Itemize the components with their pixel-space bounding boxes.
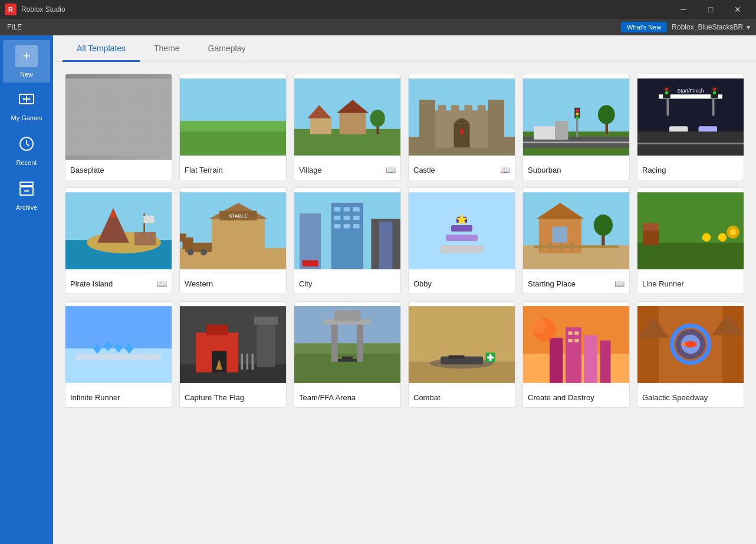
sidebar-recent-label: Recent	[17, 159, 37, 166]
tab-all-templates[interactable]: All Templates	[63, 35, 140, 62]
svg-rect-83	[334, 207, 341, 211]
obby-name: Obby	[413, 279, 432, 288]
tab-theme[interactable]: Theme	[140, 35, 194, 62]
village-name: Village	[299, 166, 322, 174]
starting-place-footer: Starting Place 📖	[523, 273, 629, 294]
whats-new-button[interactable]: What's New	[621, 22, 667, 32]
template-western[interactable]: STABLE Western	[179, 187, 287, 294]
svg-rect-29	[454, 124, 470, 148]
svg-point-178	[684, 341, 697, 348]
svg-rect-142	[331, 322, 338, 362]
content-area: All Templates Theme Gameplay	[53, 35, 756, 544]
svg-rect-26	[465, 105, 473, 113]
template-create-and-destroy[interactable]: Create and Destroy	[522, 301, 630, 408]
svg-rect-89	[334, 224, 341, 228]
template-racing[interactable]: Start/Finish	[637, 74, 744, 180]
racing-name: Racing	[642, 166, 666, 174]
template-suburban[interactable]: Suburban	[522, 74, 630, 180]
template-line-runner[interactable]: Line Runner	[637, 187, 744, 294]
app-title: Roblox Studio	[21, 5, 65, 14]
svg-point-168	[531, 319, 546, 334]
galactic-speedway-name: Galactic Speedway	[642, 393, 708, 402]
village-footer: Village 📖	[294, 160, 400, 180]
template-obby[interactable]: Obby	[408, 187, 515, 294]
city-name: City	[299, 279, 312, 288]
svg-rect-27	[478, 105, 486, 113]
infinite-runner-name: Infinite Runner	[70, 393, 120, 402]
castle-book-icon: 📖	[500, 165, 510, 174]
castle-name: Castle	[413, 166, 435, 174]
thumb-galactic-speedway	[637, 302, 744, 387]
thumb-obby	[409, 188, 515, 273]
template-starting-place[interactable]: Starting Place 📖	[522, 187, 630, 294]
sidebar-item-new[interactable]: + New	[3, 40, 50, 83]
svg-point-76	[200, 249, 207, 256]
svg-rect-110	[550, 243, 552, 251]
western-footer: Western	[180, 273, 286, 294]
svg-point-54	[713, 88, 716, 91]
restore-button[interactable]: □	[697, 0, 724, 19]
svg-point-19	[370, 110, 385, 127]
svg-rect-156	[445, 358, 449, 360]
pirate-island-footer: Pirate Island 📖	[65, 273, 172, 294]
main-layout: + New My Games Recent	[0, 35, 756, 544]
sidebar-item-archive[interactable]: Archive	[3, 174, 50, 217]
infinite-runner-footer: Infinite Runner	[65, 387, 172, 407]
template-galactic-speedway[interactable]: Galactic Speedway	[637, 301, 744, 408]
pirate-island-book-icon: 📖	[157, 279, 167, 288]
svg-rect-166	[574, 339, 578, 342]
create-and-destroy-name: Create and Destroy	[528, 393, 594, 402]
archive-icon	[18, 180, 35, 200]
svg-rect-160	[584, 335, 598, 383]
svg-marker-171	[637, 306, 659, 383]
team-ffa-arena-footer: Team/FFA Arena	[294, 387, 400, 407]
template-castle[interactable]: Castle 📖	[408, 74, 515, 180]
svg-rect-82	[333, 204, 362, 268]
templates-grid: Baseplate Flat Terrain	[53, 67, 756, 420]
template-city[interactable]: City	[294, 187, 401, 294]
close-button[interactable]: ✕	[724, 0, 751, 19]
starting-place-name: Starting Place	[528, 279, 576, 288]
template-team-ffa-arena[interactable]: Team/FFA Arena	[294, 301, 401, 408]
svg-rect-109	[539, 243, 541, 251]
svg-rect-42	[555, 121, 568, 140]
svg-point-38	[576, 109, 578, 112]
svg-point-117	[702, 233, 711, 242]
template-pirate-island[interactable]: Pirate Island 📖	[65, 187, 172, 294]
svg-point-55	[713, 91, 716, 94]
template-baseplate[interactable]: Baseplate	[65, 74, 172, 180]
svg-rect-8	[65, 78, 172, 156]
svg-point-40	[576, 116, 578, 119]
window-controls: ─ □ ✕	[670, 0, 751, 19]
minimize-button[interactable]: ─	[670, 0, 697, 19]
template-flat-terrain[interactable]: Flat Terrain	[179, 74, 287, 180]
line-runner-name: Line Runner	[642, 279, 684, 288]
thumb-flat-terrain	[180, 74, 286, 160]
tab-gameplay[interactable]: Gameplay	[194, 35, 260, 62]
pirate-island-name: Pirate Island	[70, 279, 113, 288]
file-menu[interactable]: FILE	[5, 22, 24, 32]
flat-terrain-footer: Flat Terrain	[180, 160, 286, 180]
western-name: Western	[185, 279, 213, 288]
user-chevron-icon[interactable]: ▼	[745, 24, 751, 31]
sidebar: + New My Games Recent	[0, 35, 53, 544]
svg-point-2	[29, 98, 31, 100]
template-infinite-runner[interactable]: Infinite Runner	[65, 301, 172, 408]
svg-rect-67	[143, 216, 154, 223]
template-village[interactable]: Village 📖	[294, 74, 401, 180]
sidebar-item-recent[interactable]: Recent	[3, 130, 50, 172]
svg-rect-96	[441, 245, 483, 253]
svg-rect-137	[246, 354, 249, 370]
svg-rect-155	[449, 355, 465, 358]
thumb-starting-place	[523, 188, 629, 273]
thumb-village	[294, 74, 400, 160]
svg-rect-59	[637, 143, 744, 144]
sidebar-item-mygames[interactable]: My Games	[3, 85, 50, 127]
svg-point-52	[665, 91, 668, 94]
svg-rect-25	[451, 105, 459, 113]
template-combat[interactable]: Combat	[408, 301, 515, 408]
svg-rect-87	[344, 216, 350, 220]
svg-rect-136	[241, 354, 244, 370]
template-capture-the-flag[interactable]: Capture The Flag	[179, 301, 287, 408]
svg-rect-78	[180, 233, 186, 242]
